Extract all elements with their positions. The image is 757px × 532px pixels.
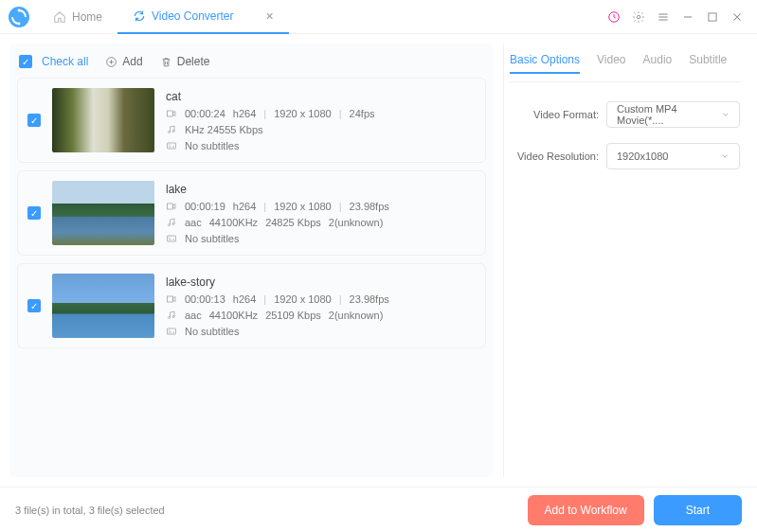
add-button[interactable]: Add bbox=[105, 55, 142, 68]
subtitle-icon bbox=[166, 233, 177, 244]
options-panel: Basic Options Video Audio Subtitle Video… bbox=[503, 44, 748, 477]
item-checkbox[interactable] bbox=[27, 206, 41, 220]
close-icon[interactable] bbox=[730, 10, 744, 24]
tab-basic-options[interactable]: Basic Options bbox=[510, 53, 580, 74]
fps: 23.98fps bbox=[350, 293, 389, 305]
item-checkbox[interactable] bbox=[27, 299, 41, 312]
gear-icon[interactable] bbox=[632, 10, 645, 24]
resolution: 1920 x 1080 bbox=[274, 201, 332, 212]
item-info: lake-story 00:00:13 h264| 1920 x 1080| 2… bbox=[166, 275, 389, 337]
delete-button[interactable]: Delete bbox=[160, 55, 210, 68]
audio-icon bbox=[166, 124, 177, 135]
check-all-label[interactable]: Check all bbox=[42, 55, 88, 68]
svg-rect-14 bbox=[168, 236, 176, 241]
subtitle-icon bbox=[166, 140, 177, 151]
duration: 00:00:24 bbox=[185, 108, 225, 119]
delete-label: Delete bbox=[177, 55, 210, 68]
trash-icon bbox=[160, 56, 172, 68]
tab-converter-label: Video Converter bbox=[152, 9, 234, 23]
thumbnail bbox=[52, 88, 154, 152]
audio-codec: aac bbox=[185, 217, 202, 228]
svg-point-17 bbox=[172, 315, 174, 317]
subtitles: No subtitles bbox=[185, 233, 239, 244]
content-area: Check all Add Delete cat 00:00:24 h264| … bbox=[0, 34, 757, 487]
svg-rect-7 bbox=[168, 111, 173, 116]
tab-video-converter[interactable]: Video Converter × bbox=[117, 0, 289, 34]
refresh-icon bbox=[133, 9, 146, 23]
tab-subtitle[interactable]: Subtitle bbox=[689, 53, 727, 74]
chevron-down-icon bbox=[720, 151, 730, 161]
svg-point-13 bbox=[172, 222, 174, 224]
tab-video[interactable]: Video bbox=[597, 53, 625, 74]
list-item[interactable]: lake-story 00:00:13 h264| 1920 x 1080| 2… bbox=[17, 263, 486, 348]
duration: 00:00:19 bbox=[185, 201, 225, 212]
minimize-icon[interactable] bbox=[681, 10, 694, 24]
svg-point-8 bbox=[169, 131, 171, 133]
svg-rect-18 bbox=[168, 328, 176, 334]
tab-home[interactable]: Home bbox=[38, 0, 117, 34]
format-label: Video Format: bbox=[512, 109, 599, 120]
format-select[interactable]: Custom MP4 Movie(*.... bbox=[606, 101, 740, 128]
item-info: lake 00:00:19 h264| 1920 x 1080| 23.98fp… bbox=[166, 183, 389, 244]
maximize-icon[interactable] bbox=[706, 10, 719, 24]
close-tab-icon[interactable]: × bbox=[266, 9, 274, 24]
svg-point-2 bbox=[18, 22, 21, 25]
audio-channels: 2(unknown) bbox=[329, 310, 383, 321]
resolution-select[interactable]: 1920x1080 bbox=[606, 143, 740, 169]
item-checkbox[interactable] bbox=[27, 114, 41, 127]
list-item[interactable]: cat 00:00:24 h264| 1920 x 1080| 24fps KH… bbox=[17, 78, 486, 163]
tab-home-label: Home bbox=[72, 10, 102, 24]
audio-rate: 44100KHz bbox=[209, 310, 258, 321]
window-controls bbox=[607, 10, 749, 24]
item-title: cat bbox=[166, 90, 375, 103]
resolution-row: Video Resolution: 1920x1080 bbox=[512, 143, 740, 169]
tab-audio[interactable]: Audio bbox=[643, 53, 673, 74]
add-to-workflow-button[interactable]: Add to Workflow bbox=[528, 495, 644, 525]
options-form: Video Format: Custom MP4 Movie(*.... Vid… bbox=[510, 82, 742, 188]
list-toolbar: Check all Add Delete bbox=[17, 51, 486, 78]
thumbnail bbox=[52, 274, 154, 338]
subtitles: No subtitles bbox=[185, 326, 239, 337]
audio-channels: 2(unknown) bbox=[329, 217, 383, 228]
items-list: cat 00:00:24 h264| 1920 x 1080| 24fps KH… bbox=[17, 78, 486, 348]
resolution: 1920 x 1080 bbox=[274, 293, 332, 305]
duration: 00:00:13 bbox=[185, 293, 225, 305]
app-logo bbox=[8, 6, 30, 28]
svg-point-1 bbox=[18, 9, 21, 11]
home-icon bbox=[53, 10, 66, 24]
footer: 3 file(s) in total, 3 file(s) selected A… bbox=[0, 487, 757, 532]
item-info: cat 00:00:24 h264| 1920 x 1080| 24fps KH… bbox=[166, 90, 375, 151]
item-title: lake bbox=[166, 183, 389, 196]
svg-point-12 bbox=[169, 223, 171, 225]
svg-rect-5 bbox=[709, 12, 716, 20]
options-tabs: Basic Options Video Audio Subtitle bbox=[510, 47, 742, 82]
audio-line: KHz 24555 Kbps bbox=[185, 124, 263, 135]
svg-rect-11 bbox=[168, 204, 173, 209]
svg-point-9 bbox=[172, 130, 174, 132]
subtitles: No subtitles bbox=[185, 140, 239, 151]
thumbnail bbox=[52, 181, 154, 245]
resolution-value: 1920x1080 bbox=[617, 151, 668, 162]
fps: 24fps bbox=[350, 108, 375, 119]
audio-rate: 44100KHz bbox=[209, 217, 258, 228]
start-button[interactable]: Start bbox=[654, 495, 742, 525]
check-all-checkbox[interactable] bbox=[19, 55, 32, 68]
menu-icon[interactable] bbox=[657, 10, 670, 24]
video-icon bbox=[166, 108, 177, 119]
video-codec: h264 bbox=[233, 293, 256, 305]
audio-bitrate: 25109 Kbps bbox=[265, 310, 321, 321]
list-item[interactable]: lake 00:00:19 h264| 1920 x 1080| 23.98fp… bbox=[17, 170, 486, 256]
audio-icon bbox=[166, 217, 177, 228]
item-title: lake-story bbox=[166, 275, 389, 289]
status-text: 3 file(s) in total, 3 file(s) selected bbox=[15, 505, 165, 516]
chevron-down-icon bbox=[721, 110, 730, 119]
resolution: 1920 x 1080 bbox=[274, 108, 332, 119]
svg-point-16 bbox=[169, 316, 171, 318]
audio-bitrate: 24825 Kbps bbox=[265, 217, 321, 228]
audio-icon bbox=[166, 310, 177, 321]
history-icon[interactable] bbox=[607, 10, 621, 24]
format-row: Video Format: Custom MP4 Movie(*.... bbox=[512, 101, 740, 128]
video-codec: h264 bbox=[233, 108, 256, 119]
video-codec: h264 bbox=[233, 201, 256, 212]
svg-point-4 bbox=[637, 15, 640, 19]
